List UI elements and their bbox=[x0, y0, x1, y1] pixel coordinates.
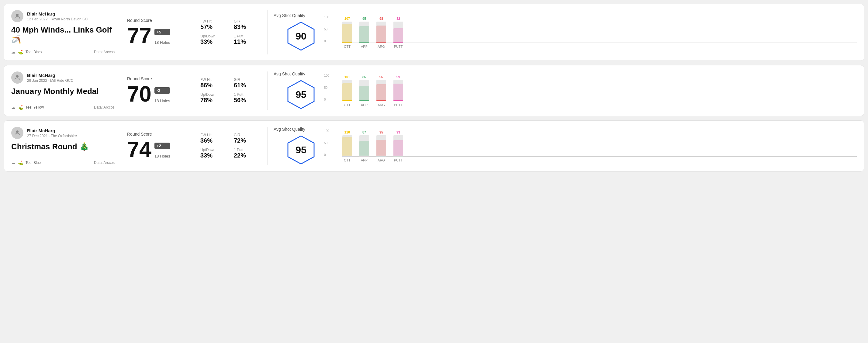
bar-column-ott: 101 OTT bbox=[342, 75, 352, 101]
round-title: Christmas Round 🎄 bbox=[11, 142, 115, 151]
bar-fill-bg-ott bbox=[342, 137, 352, 157]
bar-value-putt: 93 bbox=[397, 130, 400, 134]
bar-value-ott: 107 bbox=[344, 17, 350, 20]
fw-hit-stat: FW Hit 86% bbox=[200, 77, 228, 89]
gir-stat: GIR 72% bbox=[234, 133, 261, 144]
bar-bg-putt bbox=[394, 80, 403, 101]
score-holes: 18 Holes bbox=[154, 40, 170, 45]
round-card: Blair McHarg 29 Jan 2022 · Mill Ride GCC… bbox=[4, 65, 864, 116]
bar-value-app: 87 bbox=[363, 130, 366, 134]
score-row: 70 -2 18 Holes bbox=[127, 83, 188, 105]
card-footer: ☁ ⛳ Tee: Black Data: Arccos bbox=[11, 50, 115, 55]
chart-section: 100 50 0 107 OTT 95 APP bbox=[328, 10, 857, 55]
avatar bbox=[11, 71, 23, 84]
bar-bg-ott bbox=[342, 135, 352, 157]
hexagon-container: 95 bbox=[286, 135, 316, 165]
divider-2 bbox=[194, 10, 194, 55]
bar-name-ott: OTT bbox=[344, 45, 350, 48]
updown-stat: Up/Down 78% bbox=[200, 92, 228, 104]
quality-label: Avg Shot Quality bbox=[274, 13, 305, 18]
bar-bg-putt bbox=[394, 22, 403, 43]
bar-column-ott: 110 OTT bbox=[342, 130, 352, 157]
divider-1 bbox=[121, 71, 121, 110]
bar-value-arg: 96 bbox=[379, 75, 383, 79]
bar-top-line-app bbox=[359, 42, 369, 43]
score-holes: 18 Holes bbox=[154, 154, 170, 158]
bar-name-app: APP bbox=[361, 158, 368, 162]
bar-bg-arg bbox=[376, 22, 386, 43]
divider-3 bbox=[267, 127, 268, 165]
bar-value-ott: 101 bbox=[344, 75, 350, 79]
tee-label: Tee: Black bbox=[26, 50, 42, 54]
fw-hit-value: 86% bbox=[200, 82, 228, 89]
user-icon bbox=[14, 129, 21, 136]
weather-icon: ☁ bbox=[11, 50, 16, 55]
bar-column-ott: 107 OTT bbox=[342, 17, 352, 43]
user-row: Blair McHarg 29 Jan 2022 · Mill Ride GCC bbox=[11, 71, 115, 84]
bar-bg-arg bbox=[376, 135, 386, 157]
gir-label: GIR bbox=[234, 133, 261, 137]
updown-stat: Up/Down 33% bbox=[200, 148, 228, 159]
score-label: Round Score bbox=[127, 18, 188, 23]
gir-stat: GIR 61% bbox=[234, 77, 261, 89]
data-source: Data: Arccos bbox=[94, 161, 115, 165]
bar-column-putt: 99 PUTT bbox=[394, 75, 403, 101]
score-meta: -2 18 Holes bbox=[154, 87, 170, 103]
fw-hit-value: 36% bbox=[200, 137, 228, 144]
user-row: Blair McHarg 27 Dec 2021 · The Oxfordshi… bbox=[11, 127, 115, 139]
bag-icon: ⛳ bbox=[18, 105, 23, 110]
score-number: 77 bbox=[127, 25, 151, 46]
bar-name-putt: PUTT bbox=[394, 158, 403, 162]
chart-section: 100 50 0 101 OTT 86 APP bbox=[328, 71, 857, 110]
bar-fill-bg-ott bbox=[342, 83, 352, 101]
stats-section: FW Hit 36% GIR 72% Up/Down 33% 1 Putt 22… bbox=[200, 127, 261, 165]
bar-fill-bg-arg bbox=[376, 84, 386, 101]
bar-chart: 107 OTT 95 APP 98 bbox=[342, 15, 857, 49]
date-venue: 29 Jan 2022 · Mill Ride GCC bbox=[27, 79, 73, 83]
putt1-stat: 1 Putt 56% bbox=[234, 92, 261, 104]
bar-name-arg: ARG bbox=[378, 45, 385, 48]
bar-bg-arg bbox=[376, 80, 386, 101]
svg-point-2 bbox=[16, 75, 19, 77]
bar-name-arg: ARG bbox=[378, 103, 385, 107]
bar-name-putt: PUTT bbox=[394, 103, 403, 107]
bar-name-arg: ARG bbox=[378, 158, 385, 162]
tee-info: ☁ ⛳ Tee: Blue bbox=[11, 160, 41, 165]
y-label-0: 0 bbox=[324, 39, 329, 43]
avatar bbox=[11, 10, 23, 22]
bar-fill-bg-ott bbox=[342, 24, 352, 43]
round-title: January Monthly Medal bbox=[11, 87, 115, 96]
user-name: Blair McHarg bbox=[27, 73, 73, 78]
putt1-label: 1 Putt bbox=[234, 34, 261, 38]
putt1-label: 1 Putt bbox=[234, 148, 261, 152]
bar-bg-ott bbox=[342, 80, 352, 101]
fw-hit-value: 57% bbox=[200, 23, 228, 30]
weather-icon: ☁ bbox=[11, 160, 16, 165]
bag-icon: ⛳ bbox=[18, 160, 23, 165]
card-left: Blair McHarg 29 Jan 2022 · Mill Ride GCC… bbox=[11, 71, 115, 110]
fw-hit-stat: FW Hit 57% bbox=[200, 19, 228, 30]
bar-bg-app bbox=[359, 135, 369, 157]
y-label-50: 50 bbox=[324, 28, 329, 31]
date-venue: 12 Feb 2022 · Royal North Devon GC bbox=[27, 17, 88, 21]
bar-value-app: 86 bbox=[363, 75, 366, 79]
y-label-0: 0 bbox=[324, 153, 329, 157]
bar-fill-bg-app bbox=[359, 86, 369, 101]
bar-name-putt: PUTT bbox=[394, 45, 403, 48]
bar-chart: 110 OTT 87 APP 95 bbox=[342, 129, 857, 163]
bar-column-arg: 96 ARG bbox=[376, 75, 386, 101]
bar-name-ott: OTT bbox=[344, 158, 350, 162]
bar-top-line-arg bbox=[376, 100, 386, 101]
weather-icon: ☁ bbox=[11, 105, 16, 110]
tee-info: ☁ ⛳ Tee: Black bbox=[11, 50, 42, 55]
bar-name-app: APP bbox=[361, 103, 368, 107]
bar-column-putt: 93 PUTT bbox=[394, 130, 403, 157]
score-meta: +5 18 Holes bbox=[154, 29, 170, 45]
gir-label: GIR bbox=[234, 77, 261, 82]
updown-value: 33% bbox=[200, 152, 228, 159]
score-label: Round Score bbox=[127, 76, 188, 81]
user-info: Blair McHarg 29 Jan 2022 · Mill Ride GCC bbox=[27, 73, 73, 83]
y-label-50: 50 bbox=[324, 86, 329, 89]
fw-hit-label: FW Hit bbox=[200, 19, 228, 23]
score-number: 70 bbox=[127, 83, 151, 105]
